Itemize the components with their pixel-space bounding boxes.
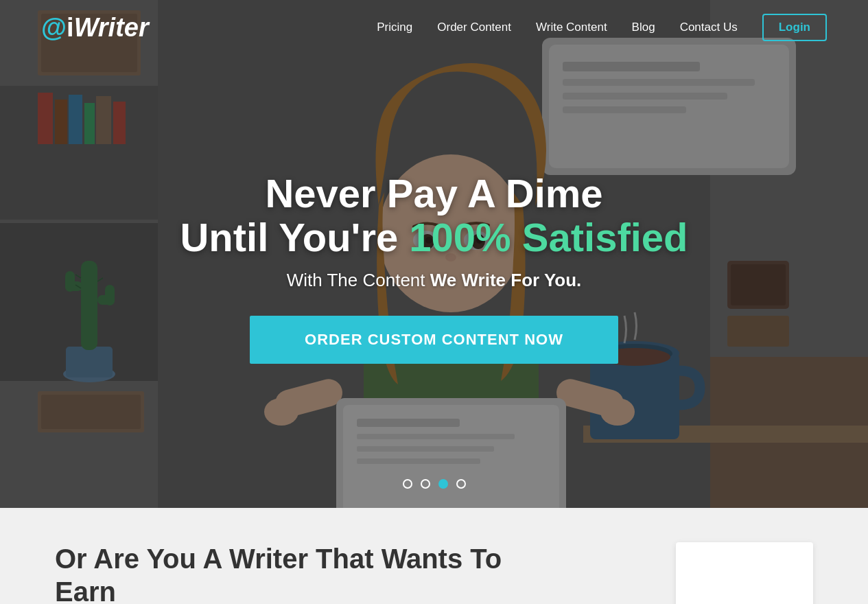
carousel-dot-4[interactable] [456,479,466,489]
nav-pricing[interactable]: Pricing [377,21,412,34]
nav-contact-us[interactable]: Contact Us [680,21,738,34]
carousel-dot-3[interactable] [438,479,448,489]
login-button[interactable]: Login [762,14,827,41]
hero-subtitle-start: With The Content [287,270,430,290]
nav-write-content[interactable]: Write Content [536,21,607,34]
site-header: @iWriter Pricing Order Content Write Con… [0,0,868,55]
carousel-dot-2[interactable] [421,479,430,489]
logo[interactable]: @iWriter [41,13,149,43]
nav-order-content[interactable]: Order Content [437,21,511,34]
sidebar-widget [676,542,813,604]
logo-writer: Writer [74,13,149,42]
hero-title-line2-start: Until You're [180,215,409,259]
hero-section: Never Pay A Dime Until You're 100% Satis… [0,0,868,508]
hero-highlight: 100% Satisfied [409,215,688,259]
hero-content: Never Pay A Dime Until You're 100% Satis… [0,0,868,508]
order-cta-button[interactable]: ORDER CUSTOM CONTENT NOW [250,316,618,364]
main-nav: Pricing Order Content Write Content Blog… [377,14,827,41]
below-hero-heading-line1: Or Are You A Writer That Wants To Earn [55,542,549,604]
hero-subtitle: With The Content We Write For You. [287,270,582,291]
below-hero-section: Or Are You A Writer That Wants To Earn M… [0,508,868,604]
hero-subtitle-bold: We Write For You. [430,270,582,290]
below-hero-heading: Or Are You A Writer That Wants To Earn M… [55,542,549,604]
hero-title-line1: Never Pay A Dime [265,172,602,216]
carousel-dots [403,479,466,489]
logo-i: i [67,13,74,42]
below-hero-text: Or Are You A Writer That Wants To Earn M… [55,542,549,604]
nav-blog[interactable]: Blog [632,21,655,34]
logo-at: @ [41,13,67,42]
hero-title-line2: Until You're 100% Satisfied [180,216,688,259]
carousel-dot-1[interactable] [403,479,412,489]
